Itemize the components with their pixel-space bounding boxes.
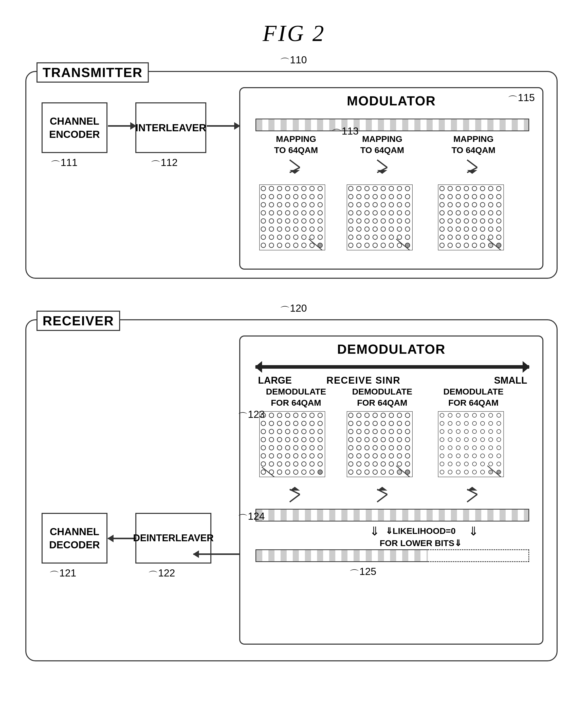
svg-point-226 — [277, 429, 282, 434]
svg-point-264 — [261, 470, 266, 474]
svg-marker-410 — [377, 487, 387, 491]
svg-point-193 — [464, 235, 469, 239]
svg-point-44 — [277, 219, 282, 223]
svg-point-228 — [293, 429, 298, 434]
svg-point-198 — [440, 243, 444, 247]
svg-point-219 — [285, 421, 290, 426]
svg-point-259 — [285, 462, 290, 466]
svg-point-182 — [440, 227, 444, 231]
svg-point-128 — [381, 235, 385, 239]
svg-point-332 — [365, 470, 369, 474]
sinr-title-label: RECEIVE SINR — [326, 375, 400, 386]
svg-point-352 — [472, 421, 476, 425]
svg-point-319 — [389, 454, 394, 458]
svg-point-298 — [349, 437, 353, 442]
interleaver-label: INTERLEAVER — [135, 121, 206, 134]
svg-point-250 — [277, 454, 282, 458]
svg-point-253 — [302, 454, 306, 458]
svg-rect-9 — [259, 185, 325, 250]
svg-point-395 — [497, 462, 501, 466]
svg-point-146 — [472, 186, 477, 191]
demodulator-data-strip — [256, 509, 529, 521]
svg-point-237 — [302, 437, 306, 442]
svg-point-281 — [405, 413, 410, 418]
svg-point-356 — [440, 429, 444, 433]
receiver-label: RECEIVER — [37, 311, 120, 331]
svg-point-149 — [496, 186, 501, 191]
svg-point-382 — [456, 454, 460, 458]
svg-marker-413 — [467, 487, 477, 491]
svg-point-39 — [302, 211, 306, 215]
svg-point-171 — [480, 211, 485, 215]
svg-point-313 — [405, 446, 410, 450]
svg-point-22 — [293, 194, 298, 199]
svg-point-318 — [381, 454, 385, 458]
svg-point-48 — [310, 219, 314, 223]
sinr-arrow — [256, 359, 529, 375]
svg-point-388 — [440, 462, 444, 466]
svg-point-293 — [373, 429, 377, 434]
svg-point-367 — [464, 437, 468, 442]
svg-point-390 — [456, 462, 460, 466]
svg-point-14 — [293, 186, 298, 191]
likelihood-down-arrow-1: ⇓ — [370, 524, 380, 538]
svg-point-32 — [310, 203, 314, 207]
svg-point-27 — [269, 203, 274, 207]
svg-point-215 — [318, 413, 322, 418]
svg-point-376 — [472, 446, 476, 450]
svg-point-112 — [381, 219, 385, 223]
svg-point-284 — [365, 421, 369, 426]
svg-point-41 — [318, 211, 322, 215]
svg-point-12 — [277, 186, 282, 191]
svg-point-266 — [277, 470, 282, 474]
qam-grid-2 — [347, 185, 413, 250]
svg-point-236 — [293, 437, 298, 442]
data-strip-solid-portion — [256, 549, 428, 562]
svg-point-159 — [448, 203, 452, 207]
svg-point-308 — [365, 446, 369, 450]
svg-point-225 — [269, 429, 274, 434]
svg-point-248 — [261, 454, 266, 458]
svg-point-403 — [497, 470, 501, 474]
svg-point-43 — [269, 219, 274, 223]
ref-120: ⌒120 — [280, 304, 307, 318]
svg-point-363 — [497, 429, 501, 433]
svg-point-33 — [318, 203, 322, 207]
svg-point-316 — [365, 454, 369, 458]
qam-grid-r2 — [347, 411, 413, 477]
svg-point-359 — [464, 429, 468, 433]
svg-point-58 — [261, 235, 266, 239]
svg-point-201 — [464, 243, 469, 247]
svg-point-238 — [310, 437, 314, 442]
svg-point-197 — [496, 235, 501, 239]
svg-point-145 — [464, 186, 469, 191]
svg-point-165 — [496, 203, 501, 207]
svg-point-375 — [464, 446, 468, 450]
svg-point-117 — [357, 227, 361, 231]
svg-point-262 — [310, 462, 314, 466]
svg-point-347 — [497, 413, 501, 417]
svg-point-288 — [397, 421, 402, 426]
svg-point-144 — [456, 186, 461, 191]
svg-point-287 — [389, 421, 394, 426]
data-strip-dashed-portion — [428, 549, 529, 562]
mapping-label-2: MAPPINGTO 64QAM — [342, 133, 423, 156]
svg-point-326 — [381, 462, 385, 466]
svg-point-278 — [381, 413, 385, 418]
svg-point-321 — [405, 454, 410, 458]
svg-point-115 — [405, 219, 410, 223]
svg-point-104 — [381, 211, 385, 215]
svg-point-106 — [397, 211, 402, 215]
sinr-arrow-line — [256, 365, 529, 369]
svg-point-96 — [381, 203, 385, 207]
svg-point-167 — [448, 211, 452, 215]
svg-point-309 — [373, 446, 377, 450]
svg-point-138 — [397, 243, 402, 247]
svg-point-393 — [480, 462, 485, 466]
svg-point-26 — [261, 203, 266, 207]
channel-decoder-label: CHANNELDECODER — [49, 525, 100, 551]
svg-point-274 — [349, 413, 353, 418]
svg-point-381 — [448, 454, 452, 458]
svg-point-305 — [405, 437, 410, 442]
svg-point-306 — [349, 446, 353, 450]
